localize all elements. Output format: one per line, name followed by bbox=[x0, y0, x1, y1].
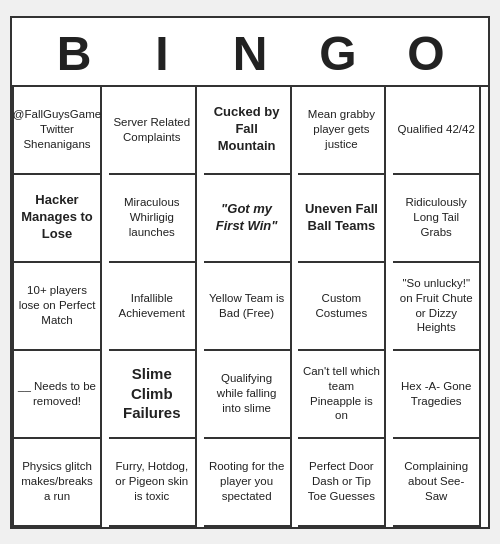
bingo-header: BINGO bbox=[12, 18, 488, 85]
bingo-card: BINGO @FallGuysGame Twitter ShenanigansS… bbox=[10, 16, 490, 529]
bingo-cell-22[interactable]: Rooting for the player you spectated bbox=[204, 439, 292, 527]
bingo-cell-6[interactable]: Miraculous Whirligig launches bbox=[109, 175, 197, 263]
bingo-cell-10[interactable]: 10+ players lose on Perfect Match bbox=[14, 263, 102, 351]
bingo-cell-8[interactable]: Uneven Fall Ball Teams bbox=[298, 175, 386, 263]
bingo-cell-7[interactable]: "Got my First Win" bbox=[204, 175, 292, 263]
bingo-cell-23[interactable]: Perfect Door Dash or Tip Toe Guesses bbox=[298, 439, 386, 527]
bingo-cell-20[interactable]: Physics glitch makes/breaks a run bbox=[14, 439, 102, 527]
bingo-cell-13[interactable]: Custom Costumes bbox=[298, 263, 386, 351]
bingo-cell-4[interactable]: Qualified 42/42 bbox=[393, 87, 481, 175]
bingo-cell-2[interactable]: Cucked by Fall Mountain bbox=[204, 87, 292, 175]
bingo-cell-17[interactable]: Qualifying while falling into slime bbox=[204, 351, 292, 439]
bingo-letter-o: O bbox=[382, 26, 470, 81]
bingo-cell-21[interactable]: Furry, Hotdog, or Pigeon skin is toxic bbox=[109, 439, 197, 527]
bingo-letter-b: B bbox=[30, 26, 118, 81]
bingo-cell-0[interactable]: @FallGuysGame Twitter Shenanigans bbox=[14, 87, 102, 175]
bingo-cell-19[interactable]: Hex -A- Gone Tragedies bbox=[393, 351, 481, 439]
bingo-cell-12[interactable]: Yellow Team is Bad (Free) bbox=[204, 263, 292, 351]
bingo-cell-14[interactable]: "So unlucky!" on Fruit Chute or Dizzy He… bbox=[393, 263, 481, 351]
bingo-letter-i: I bbox=[118, 26, 206, 81]
bingo-letter-g: G bbox=[294, 26, 382, 81]
bingo-cell-5[interactable]: Hacker Manages to Lose bbox=[14, 175, 102, 263]
bingo-cell-3[interactable]: Mean grabby player gets justice bbox=[298, 87, 386, 175]
bingo-cell-18[interactable]: Can't tell which team Pineapple is on bbox=[298, 351, 386, 439]
bingo-cell-11[interactable]: Infallible Achievement bbox=[109, 263, 197, 351]
bingo-cell-1[interactable]: Server Related Complaints bbox=[109, 87, 197, 175]
bingo-letter-n: N bbox=[206, 26, 294, 81]
bingo-cell-9[interactable]: Ridiculously Long Tail Grabs bbox=[393, 175, 481, 263]
bingo-cell-16[interactable]: Slime Climb Failures bbox=[109, 351, 197, 439]
bingo-grid: @FallGuysGame Twitter ShenanigansServer … bbox=[12, 85, 488, 527]
bingo-cell-15[interactable]: __ Needs to be removed! bbox=[14, 351, 102, 439]
bingo-cell-24[interactable]: Complaining about See-Saw bbox=[393, 439, 481, 527]
